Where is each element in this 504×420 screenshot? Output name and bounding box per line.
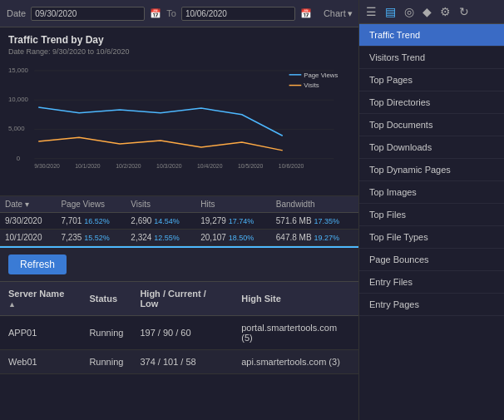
- cal-icon-from[interactable]: 📅: [150, 8, 161, 19]
- bar-chart-icon[interactable]: ▤: [385, 5, 396, 18]
- svg-text:Visits: Visits: [304, 82, 319, 89]
- sidebar-item-top-file-types[interactable]: Top File Types: [359, 226, 504, 249]
- cell-bw-1: 571.6 MB 17.35%: [271, 213, 358, 230]
- right-sidebar: ☰ ▤ ◎ ◆ ⚙ ↻ Traffic Trend Visitors Trend…: [358, 0, 504, 420]
- sidebar-item-traffic-trend[interactable]: Traffic Trend: [359, 24, 504, 47]
- server-site-1: portal.smartertools.com (5): [233, 316, 358, 350]
- cell-visits-2: 2,324 12.55%: [126, 230, 195, 246]
- col-page-views: Page Views: [56, 196, 126, 213]
- globe-icon[interactable]: ◎: [404, 5, 414, 18]
- sidebar-item-top-dynamic-pages[interactable]: Top Dynamic Pages: [359, 159, 504, 181]
- svg-text:5,000: 5,000: [8, 125, 25, 132]
- cell-hits-1: 19,279 17.74%: [195, 213, 271, 230]
- svg-text:10/4/2020: 10/4/2020: [197, 163, 223, 169]
- col-date: Date ▾: [0, 196, 56, 213]
- server-table-wrapper: Server Name ▲ Status High / Current / Lo…: [0, 282, 358, 420]
- sidebar-item-entry-pages[interactable]: Entry Pages: [359, 294, 504, 316]
- chart-title: Traffic Trend by Day: [8, 34, 350, 46]
- svg-text:10/3/2020: 10/3/2020: [156, 163, 182, 169]
- chart-container: 15,000 10,000 5,000 0 9/30/2020 10/1/202…: [8, 59, 350, 192]
- shield-icon[interactable]: ◆: [422, 5, 432, 18]
- main-panel: Date 📅 To 📅 Chart ▾ Group By ▾ Sort ▾ Tr…: [0, 0, 358, 420]
- svg-text:15,000: 15,000: [8, 67, 29, 74]
- chart-button[interactable]: Chart ▾: [324, 3, 353, 23]
- date-to-input[interactable]: [181, 7, 295, 21]
- svg-text:10/5/2020: 10/5/2020: [238, 163, 264, 169]
- server-name-2: Web01: [0, 350, 81, 374]
- server-row-1: APP01 Running 197 / 90 / 60 portal.smart…: [0, 316, 358, 350]
- server-hcl-1: 197 / 90 / 60: [131, 316, 233, 350]
- sidebar-icon-bar: ☰ ▤ ◎ ◆ ⚙ ↻: [359, 0, 504, 24]
- svg-text:Page Views: Page Views: [304, 72, 338, 79]
- svg-text:10/1/2020: 10/1/2020: [75, 163, 101, 169]
- date-from-input[interactable]: [31, 7, 145, 21]
- sidebar-item-top-images[interactable]: Top Images: [359, 181, 504, 204]
- sidebar-item-top-directories[interactable]: Top Directories: [359, 91, 504, 114]
- cell-visits-1: 2,690 14.54%: [126, 213, 195, 230]
- server-row-2: Web01 Running 374 / 101 / 58 api.smarter…: [0, 350, 358, 374]
- col-bandwidth: Bandwidth: [271, 196, 358, 213]
- chart-svg: 15,000 10,000 5,000 0 9/30/2020 10/1/202…: [8, 59, 350, 192]
- data-table: Date ▾ Page Views Visits Hits Bandwidth …: [0, 196, 358, 246]
- sidebar-item-top-downloads[interactable]: Top Downloads: [359, 136, 504, 159]
- sidebar-menu: Traffic Trend Visitors Trend Top Pages T…: [359, 24, 504, 420]
- server-col-status: Status: [81, 282, 131, 316]
- chart-area: Traffic Trend by Day Date Range: 9/30/20…: [0, 27, 358, 196]
- cog-icon[interactable]: ⚙: [440, 5, 451, 18]
- server-name-1: APP01: [0, 316, 81, 350]
- col-hits: Hits: [195, 196, 271, 213]
- server-site-2: api.smartertools.com (3): [233, 350, 358, 374]
- refresh-section: Refresh: [0, 246, 358, 282]
- to-separator: To: [166, 8, 176, 18]
- server-hcl-2: 374 / 101 / 58: [131, 350, 233, 374]
- cell-date-2: 10/1/2020: [0, 230, 56, 246]
- cell-pv-2: 7,235 15.52%: [56, 230, 126, 246]
- sidebar-item-top-files[interactable]: Top Files: [359, 204, 504, 226]
- refresh-sidebar-icon[interactable]: ↻: [459, 5, 469, 18]
- sidebar-item-page-bounces[interactable]: Page Bounces: [359, 249, 504, 271]
- menu-icon[interactable]: ☰: [366, 5, 377, 18]
- top-bar: Date 📅 To 📅 Chart ▾ Group By ▾ Sort ▾: [0, 0, 358, 27]
- cell-pv-1: 7,701 16.52%: [56, 213, 126, 230]
- top-bar-controls: Chart ▾ Group By ▾ Sort ▾: [324, 3, 358, 23]
- svg-text:0: 0: [17, 155, 21, 162]
- server-col-high-site: High Site: [233, 282, 358, 316]
- col-visits: Visits: [126, 196, 195, 213]
- cell-hits-2: 20,107 18.50%: [195, 230, 271, 246]
- cell-bw-2: 647.8 MB 19.27%: [271, 230, 358, 246]
- sidebar-item-top-documents[interactable]: Top Documents: [359, 114, 504, 136]
- main-content: Date 📅 To 📅 Chart ▾ Group By ▾ Sort ▾ Tr…: [0, 0, 358, 420]
- date-label: Date: [7, 8, 26, 18]
- cal-icon-to[interactable]: 📅: [300, 8, 312, 19]
- cell-date-1: 9/30/2020: [0, 213, 56, 230]
- table-row: 9/30/2020 7,701 16.52% 2,690 14.54% 19,2…: [0, 213, 358, 230]
- sidebar-item-entry-files[interactable]: Entry Files: [359, 271, 504, 294]
- server-col-name[interactable]: Server Name ▲: [0, 282, 81, 316]
- server-status-1: Running: [81, 316, 131, 350]
- svg-text:10/6/2020: 10/6/2020: [279, 163, 304, 169]
- chart-date-range: Date Range: 9/30/2020 to 10/6/2020: [8, 47, 350, 56]
- server-col-hcl: High / Current / Low: [131, 282, 233, 316]
- sidebar-item-top-pages[interactable]: Top Pages: [359, 69, 504, 91]
- table-row: 10/1/2020 7,235 15.52% 2,324 12.55% 20,1…: [0, 230, 358, 246]
- svg-text:10/2/2020: 10/2/2020: [116, 163, 141, 169]
- svg-text:10,000: 10,000: [8, 96, 29, 103]
- server-table: Server Name ▲ Status High / Current / Lo…: [0, 282, 358, 374]
- server-status-2: Running: [81, 350, 131, 374]
- refresh-button[interactable]: Refresh: [8, 254, 67, 274]
- svg-text:9/30/2020: 9/30/2020: [34, 163, 60, 169]
- sidebar-item-visitors-trend[interactable]: Visitors Trend: [359, 47, 504, 69]
